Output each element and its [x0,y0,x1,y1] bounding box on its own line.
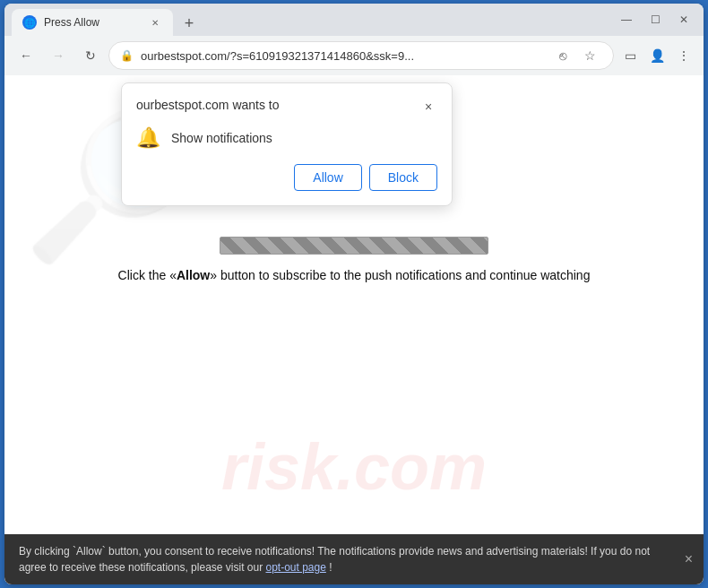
notification-label: Show notifications [171,131,272,145]
refresh-button[interactable]: ↻ [76,41,105,70]
lock-icon: 🔒 [120,49,134,62]
maximize-button[interactable]: ☐ [643,7,668,32]
new-tab-button[interactable]: + [177,11,202,36]
bookmark-button[interactable]: ☆ [577,43,602,68]
opt-out-link[interactable]: opt-out page [265,561,325,574]
minimize-button[interactable]: — [614,7,639,32]
risk-watermark: risk.com [4,430,704,504]
bottom-notification-bar: By clicking `Allow` button, you consent … [4,534,704,584]
url-bar[interactable]: 🔒 ourbestspot.com/?s=610919321371414860&… [108,41,614,70]
allow-button[interactable]: Allow [294,164,361,191]
url-actions: ⎋ ☆ [550,43,602,68]
block-button[interactable]: Block [369,164,437,191]
close-window-button[interactable]: ✕ [671,7,696,32]
page-cta: Click the «Allow» button to subscribe to… [4,268,704,282]
account-button[interactable]: 👤 [644,43,669,68]
browser-window: 🌐 Press Allow ✕ + — ☐ ✕ ← → ↻ 🔒 ourbests… [4,4,704,584]
popup-notification-row: 🔔 Show notifications [136,126,437,150]
cta-prefix: Click the « [118,268,177,282]
bottom-bar-text: By clicking `Allow` button, you consent … [19,545,650,574]
cta-allow-word: Allow [177,268,210,282]
forward-button[interactable]: → [44,41,73,70]
popup-title: ourbestspot.com wants to [136,98,280,112]
tab-title: Press Allow [44,16,141,29]
cta-suffix: » button to subscribe to the push notifi… [210,268,590,282]
bell-icon: 🔔 [136,126,160,150]
loading-bar [220,237,488,255]
window-controls: — ☐ ✕ [614,7,696,32]
url-text: ourbestspot.com/?s=610919321371414860&ss… [141,49,543,63]
notification-popup: ourbestspot.com wants to × 🔔 Show notifi… [121,82,453,206]
share-button[interactable]: ⎋ [550,43,575,68]
popup-buttons: Allow Block [136,164,437,191]
bottom-bar-text-end: ! [329,561,332,574]
popup-close-button[interactable]: × [419,98,437,116]
loading-bar-container [220,237,488,255]
tab-close-button[interactable]: ✕ [148,15,162,30]
tab-area: 🌐 Press Allow ✕ + [12,4,607,36]
back-button[interactable]: ← [12,41,40,70]
tab-favicon: 🌐 [22,15,37,30]
more-button[interactable]: ⋮ [671,43,696,68]
page-content: 🔍 risk.com Click the «Allow» button to s… [4,75,704,584]
browser-actions: ▭ 👤 ⋮ [617,43,696,68]
title-bar: 🌐 Press Allow ✕ + — ☐ ✕ [4,4,704,36]
split-view-button[interactable]: ▭ [617,43,643,68]
active-tab[interactable]: 🌐 Press Allow ✕ [12,9,173,36]
popup-header: ourbestspot.com wants to × [136,98,437,116]
bottom-bar-close-button[interactable]: × [685,549,693,570]
address-bar: ← → ↻ 🔒 ourbestspot.com/?s=6109193213714… [4,36,704,75]
